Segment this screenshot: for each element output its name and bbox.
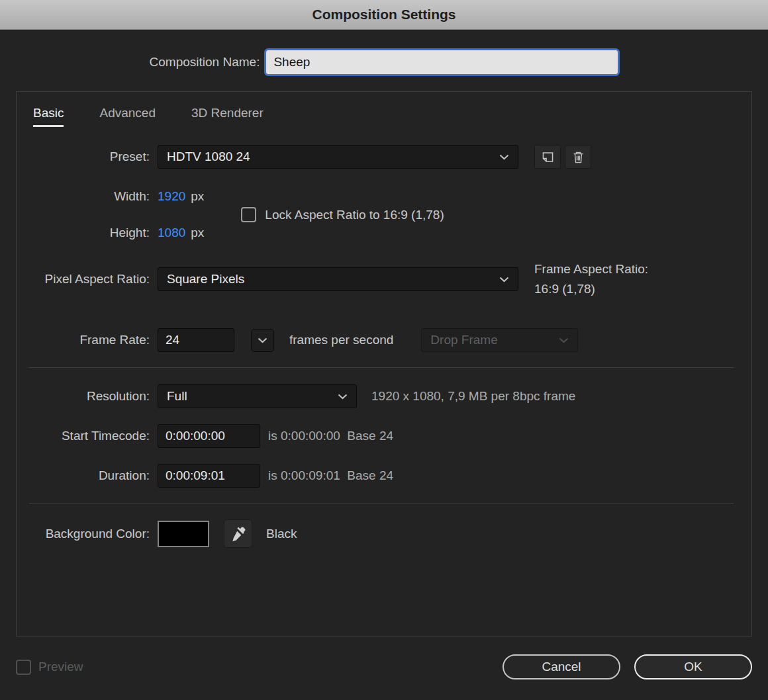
height-unit: px [191,226,204,240]
frames-per-second-label: frames per second [289,333,393,347]
frame-rate-input[interactable] [158,328,234,352]
frame-rate-label: Frame Rate: [17,333,150,347]
chevron-down-icon [258,337,267,343]
dialog-footer: Preview Cancel OK [16,654,752,679]
duration-input[interactable] [158,464,260,488]
background-color-row: Background Color: Black [17,519,751,548]
eyedropper-icon [231,527,246,541]
background-color-swatch[interactable] [158,521,209,547]
chevron-down-icon [499,154,509,160]
width-row: Width: 1920 px [17,189,204,204]
chevron-down-icon [338,394,348,400]
composition-name-label: Composition Name: [150,55,260,69]
chevron-down-icon [499,277,509,283]
lock-aspect-ratio-label: Lock Aspect Ratio to 16:9 (1,78) [265,208,444,222]
preview-checkbox[interactable] [16,660,31,675]
resolution-label: Resolution: [17,389,150,404]
start-timecode-label: Start Timecode: [17,429,150,443]
composition-name-row: Composition Name: [0,50,768,75]
preset-label: Preset: [17,150,150,164]
divider [29,503,734,503]
duration-label: Duration: [17,468,150,483]
save-preset-icon [542,152,554,163]
pixel-aspect-ratio-select[interactable]: Square Pixels [158,267,518,291]
preset-select[interactable]: HDTV 1080 24 [158,145,518,169]
frame-rate-dropdown-button[interactable] [251,329,274,352]
start-timecode-info: is 0:00:00:00 Base 24 [268,429,393,443]
pixel-aspect-ratio-label: Pixel Aspect Ratio: [17,272,150,286]
drop-frame-select: Drop Frame [421,328,578,352]
preset-buttons [534,145,591,169]
frame-rate-row: Frame Rate: frames per second Drop Frame [17,328,751,352]
preview-row: Preview [16,660,83,675]
background-color-name: Black [266,527,297,541]
lock-aspect-ratio-checkbox[interactable] [241,207,256,222]
start-timecode-row: Start Timecode: is 0:00:00:00 Base 24 [17,424,751,448]
tab-bar: Basic Advanced 3D Renderer [17,92,751,127]
frame-aspect-ratio-label: Frame Aspect Ratio: [534,259,648,279]
height-label: Height: [17,226,150,240]
lock-aspect-ratio-row: Lock Aspect Ratio to 16:9 (1,78) [241,207,444,222]
dimensions-values: Width: 1920 px Height: 1080 px [17,189,204,240]
dialog-title: Composition Settings [312,7,456,22]
resolution-select[interactable]: Full [158,384,357,408]
settings-panel: Basic Advanced 3D Renderer Preset: HDTV … [16,91,752,636]
pixel-aspect-ratio-row: Pixel Aspect Ratio: Square Pixels Frame … [17,259,751,299]
preset-value: HDTV 1080 24 [167,150,250,164]
tab-basic[interactable]: Basic [33,106,64,127]
height-value[interactable]: 1080 [158,226,185,240]
eyedropper-button[interactable] [224,519,252,548]
divider [29,367,734,368]
trash-icon [573,151,584,163]
frame-aspect-ratio-block: Frame Aspect Ratio: 16:9 (1,78) [534,259,648,299]
width-value[interactable]: 1920 [158,189,185,204]
drop-frame-value: Drop Frame [430,333,497,347]
frame-aspect-ratio-value: 16:9 (1,78) [534,279,648,299]
resolution-info: 1920 x 1080, 7,9 MB per 8bpc frame [371,389,575,404]
duration-info: is 0:00:09:01 Base 24 [268,468,393,483]
ok-button[interactable]: OK [634,654,752,679]
composition-settings-dialog: Composition Settings Composition Name: B… [0,0,768,679]
composition-name-input[interactable] [265,50,618,75]
tab-advanced[interactable]: Advanced [99,106,156,127]
resolution-value: Full [167,389,187,404]
dialog-titlebar[interactable]: Composition Settings [0,0,768,30]
chevron-down-icon [559,337,569,343]
start-timecode-input[interactable] [158,424,260,448]
duration-row: Duration: is 0:00:09:01 Base 24 [17,464,751,488]
save-preset-button[interactable] [534,145,561,169]
preset-row: Preset: HDTV 1080 24 [17,145,751,169]
width-unit: px [191,189,204,204]
height-row: Height: 1080 px [17,226,204,240]
tab-3d-renderer[interactable]: 3D Renderer [191,106,264,127]
pixel-aspect-ratio-value: Square Pixels [167,272,244,286]
preview-label: Preview [38,660,83,674]
delete-preset-button[interactable] [565,145,591,169]
background-color-label: Background Color: [17,527,150,541]
width-label: Width: [17,189,150,204]
resolution-row: Resolution: Full 1920 x 1080, 7,9 MB per… [17,384,751,408]
footer-buttons: Cancel OK [503,654,752,679]
dimensions-block: Width: 1920 px Height: 1080 px Lock Aspe… [17,189,751,240]
cancel-button[interactable]: Cancel [503,654,620,679]
